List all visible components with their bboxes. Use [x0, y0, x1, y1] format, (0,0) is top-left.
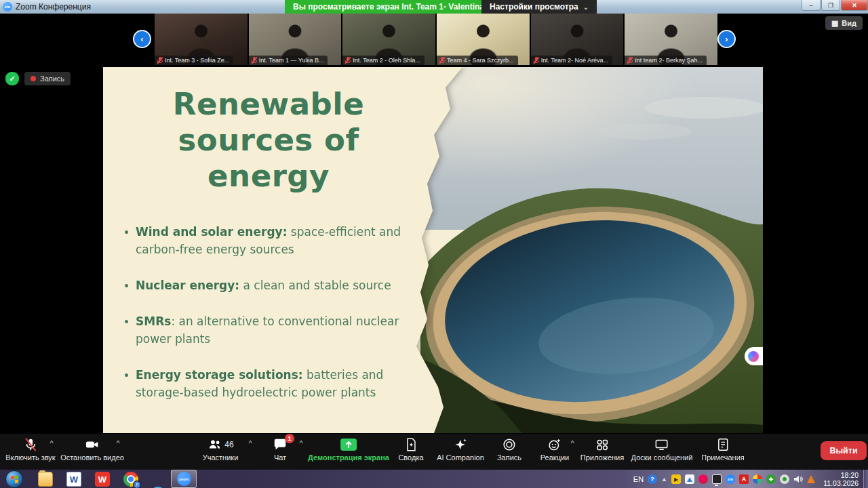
ai-companion-button[interactable]: AI Companion [437, 436, 484, 462]
whiteboards-button[interactable]: Доски сообщений [631, 436, 693, 462]
leave-meeting-button[interactable]: Выйти [821, 441, 867, 460]
share-screen-icon [308, 436, 389, 453]
zoom-app-icon: zm [3, 2, 12, 12]
recording-dot-icon [31, 76, 36, 81]
tray-speaker-icon[interactable] [793, 474, 803, 484]
share-screen-button[interactable]: Демонстрация экрана [308, 436, 389, 462]
bullet-item: Wind and solar energy: space-efficient a… [123, 223, 420, 258]
apps-button[interactable]: Приложения [580, 436, 624, 462]
participant-nametag: Int team 2- Berkay Şah... [625, 56, 707, 65]
whiteboard-icon [631, 436, 693, 453]
record-button[interactable]: Запись [497, 436, 521, 462]
slide-bullet-list: Wind and solar energy: space-efficient a… [123, 223, 420, 420]
mic-muted-icon [627, 57, 633, 64]
participants-button[interactable]: 46 Участники [203, 436, 239, 462]
view-label: Вид [842, 19, 856, 27]
reactions-options-chevron[interactable]: ^ [570, 439, 574, 447]
mic-muted-icon [345, 57, 351, 64]
system-tray: EN ? ▲ ▶ zm A ✚ [633, 470, 815, 488]
audio-options-chevron[interactable]: ^ [50, 439, 53, 447]
participant-name: Int. Team 1 — Yuliia B... [259, 57, 324, 64]
participants-options-chevron[interactable]: ^ [248, 439, 252, 447]
bullet-item: SMRs: an alternative to conventional nuc… [123, 312, 420, 348]
clock-date: 11.03.2026 [823, 479, 859, 487]
recording-indicator: ✓ Запись [5, 72, 71, 85]
tray-expand-chevron[interactable]: ▲ [661, 476, 667, 483]
minimize-button[interactable]: – [802, 0, 821, 11]
view-settings-label: Настройки просмотра [490, 2, 578, 12]
tray-antivirus-icon[interactable]: ✚ [766, 474, 776, 484]
participant-name: Team 4 - Sara Szczyrb... [447, 57, 514, 64]
tray-zoom-icon[interactable]: zm [726, 474, 735, 484]
chat-options-chevron[interactable]: ^ [299, 439, 302, 447]
taskbar-zoom-active[interactable]: zoom [171, 470, 197, 488]
shared-screen-slide: Renewable sources of energy Wind and sol… [103, 67, 763, 433]
tray-drive-icon[interactable] [685, 474, 694, 484]
taskbar-wps-icon[interactable]: W [95, 472, 110, 487]
grid-icon: ▦ [831, 19, 838, 28]
participant-name: Int. Team 2 - Oleh Shla... [353, 57, 420, 64]
tray-pinwheel-icon[interactable] [753, 474, 762, 484]
chevron-down-icon: ⌄ [583, 3, 589, 11]
recording-label: Запись [40, 75, 64, 83]
window-title: Zoom Конференция [16, 2, 91, 12]
bullet-item: Energy storage solutions: batteries and … [123, 366, 420, 401]
stop-video-button[interactable]: Остановить видео [60, 436, 124, 462]
tray-media-icon[interactable]: ▶ [671, 474, 681, 484]
participant-video[interactable]: Int. Team 2- Noé Aréva... [531, 14, 624, 65]
participant-nametag: Int. Team 1 — Yuliia B... [249, 56, 328, 65]
torn-paper-panel: Renewable sources of energy Wind and sol… [103, 67, 763, 433]
participant-video[interactable]: Team 4 - Sara Szczyrb... [437, 14, 530, 65]
ai-brain-icon [748, 351, 759, 362]
view-layout-button[interactable]: ▦ Вид [825, 16, 863, 30]
taskbar-chrome-icon[interactable]: Л [123, 472, 138, 487]
summary-doc-icon [398, 436, 423, 453]
clock-time: 18:20 [823, 471, 859, 479]
participant-nametag: Int. Team 3 - Sofiia Ze... [155, 56, 233, 65]
video-options-chevron[interactable]: ^ [116, 439, 119, 447]
participant-video[interactable]: Int. Team 2 - Oleh Shla... [342, 14, 435, 65]
start-button[interactable] [5, 470, 23, 488]
view-settings-button[interactable]: Настройки просмотра ⌄ [481, 0, 597, 14]
apps-icon [580, 436, 624, 453]
ai-assistant-tab[interactable] [745, 347, 763, 365]
participants-count: 46 [224, 440, 233, 449]
video-strip: Int. Team 3 - Sofiia Ze... Int. Team 1 —… [0, 14, 868, 65]
taskbar-clock[interactable]: 18:20 11.03.2026 [823, 471, 859, 487]
tray-red-app-icon[interactable] [698, 474, 708, 484]
participant-name: Int. Team 3 - Sofiia Ze... [165, 57, 229, 64]
mic-muted-icon [5, 436, 55, 453]
strip-scroll-right-button[interactable]: › [717, 30, 736, 48]
ai-sparkle-icon [437, 436, 484, 453]
viewing-screen-banner: Вы просматриваете экран Int. Team 1- Val… [285, 0, 481, 14]
tray-help-icon[interactable]: ? [648, 474, 657, 484]
tray-display-icon[interactable] [712, 474, 722, 484]
tray-adobe-icon[interactable]: A [739, 474, 749, 484]
notes-button[interactable]: Примечания [701, 436, 745, 462]
screen: zm Zoom Конференция Вы просматриваете эк… [0, 0, 868, 488]
participant-name: Int. Team 2- Noé Aréva... [541, 57, 608, 64]
reactions-button[interactable]: Реакции [540, 436, 570, 462]
summary-button[interactable]: Сводка [398, 436, 423, 462]
participant-nametag: Int. Team 2 - Oleh Shla... [342, 56, 424, 65]
zoom-taskbar-icon: zoom [177, 472, 191, 486]
chat-button[interactable]: 1 Чат [273, 436, 288, 462]
participant-video[interactable]: Int. Team 1 — Yuliia B... [249, 14, 342, 65]
participant-video[interactable]: Int. Team 3 - Sofiia Ze... [155, 14, 248, 65]
unmute-button[interactable]: Включить звук [5, 436, 55, 462]
participant-video[interactable]: Int team 2- Berkay Şah... [625, 14, 717, 65]
taskbar-explorer-icon[interactable] [38, 472, 53, 487]
window-controls: – ❐ ✕ [801, 0, 868, 12]
tray-vlc-icon[interactable] [807, 475, 815, 483]
restore-button[interactable]: ❐ [821, 0, 840, 11]
show-desktop-button[interactable] [863, 470, 868, 488]
taskbar-word-icon[interactable]: W [66, 472, 81, 487]
strip-scroll-left-button[interactable]: ‹ [133, 30, 151, 48]
mic-muted-icon [157, 57, 163, 64]
security-shield-icon[interactable]: ✓ [5, 72, 19, 85]
language-indicator[interactable]: EN [633, 475, 644, 483]
meeting-toolbar: Включить звук ^ Остановить видео ^ 46 Уч… [0, 434, 868, 469]
chrome-profile-badge: Л [133, 481, 141, 488]
close-button[interactable]: ✕ [841, 0, 868, 11]
tray-eye-icon[interactable] [780, 474, 789, 484]
